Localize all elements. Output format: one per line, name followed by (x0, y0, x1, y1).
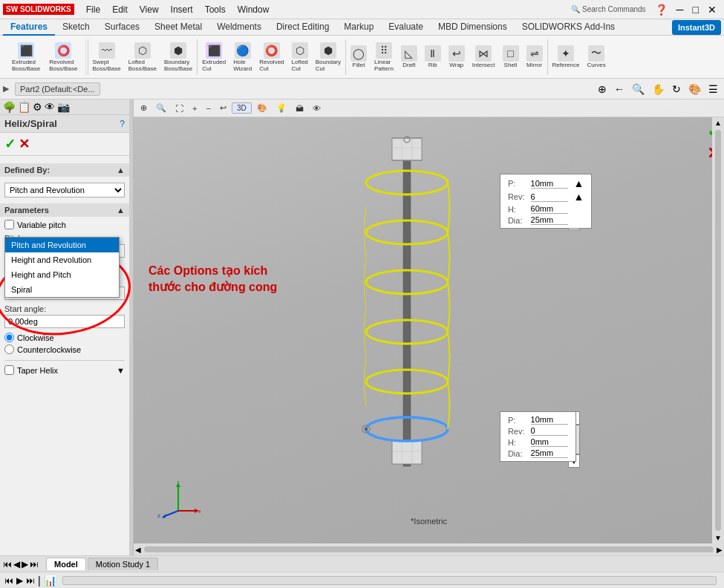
vp-lights-btn[interactable]: 💡 (273, 101, 290, 115)
nav-first-icon[interactable]: ⏮ (3, 559, 12, 569)
extruded-cut-button[interactable]: ⬛ ExtrudedCut (199, 41, 229, 74)
nav-prev-icon[interactable]: ◀ (13, 559, 20, 569)
linear-pattern-button[interactable]: ⠿ LinearPattern (371, 41, 397, 74)
lofted-boss-button[interactable]: ⬡ LoftedBoss/Base (125, 41, 160, 74)
intersect-button[interactable]: ⋈ Intersect (469, 44, 498, 70)
tab-sketch[interactable]: Sketch (55, 19, 97, 36)
shell-button[interactable]: □ Shell (500, 44, 522, 70)
defined-by-select[interactable]: Pitch and Revolution Height and Revoluti… (4, 183, 125, 197)
taper-expand-icon[interactable]: ▼ (117, 366, 125, 375)
reference-button[interactable]: ✦ Reference (549, 44, 583, 70)
vp-pan-icon[interactable]: ✋ (649, 82, 668, 97)
motion-timeline-bar[interactable] (62, 576, 717, 585)
help-icon[interactable]: ❓ (650, 4, 672, 16)
vp-apply-scene-btn[interactable]: 🏔 (292, 102, 307, 115)
start-angle-input[interactable] (4, 315, 125, 328)
tab-markup[interactable]: Markup (336, 19, 381, 36)
dropdown-option-spiral[interactable]: Spiral (5, 282, 119, 297)
motion-forward-icon[interactable]: ⏭ (26, 575, 35, 586)
fillet-button[interactable]: ◯ Fillet (348, 44, 370, 70)
wrap-button[interactable]: ↩ Wrap (446, 44, 468, 70)
instant3d-button[interactable]: Instant3D (672, 20, 721, 35)
revolved-cut-button[interactable]: ⭕ RevolvedCut (256, 41, 287, 74)
vp-zoom-icon[interactable]: 🔍 (629, 82, 648, 97)
dim-top-rev-up-icon[interactable]: ▲ (571, 190, 587, 203)
menu-window[interactable]: Window (232, 1, 275, 18)
vp-3d-btn[interactable]: 3D (232, 102, 252, 114)
dim-top-rev-input[interactable] (531, 192, 568, 202)
nav-last-icon[interactable]: ⏭ (30, 559, 39, 569)
dim-bot-p-input[interactable] (531, 415, 568, 425)
cancel-button[interactable]: ✕ (19, 136, 30, 152)
motion-play-icon[interactable]: ▶ (16, 575, 23, 586)
vp-zoom-out-btn[interactable]: − (202, 102, 214, 115)
feature-tree-icon[interactable]: 🌳 (3, 101, 16, 113)
dropdown-option-pitch-rev[interactable]: Pitch and Revolution (5, 238, 119, 252)
vp-prev-view-btn[interactable]: ↩ (216, 101, 230, 115)
clockwise-radio[interactable] (4, 333, 14, 342)
search-bar[interactable]: 🔍 Search Commands (567, 5, 650, 13)
vp-zoom-select-btn[interactable]: ⛶ (172, 102, 187, 115)
feature-manager-icon[interactable]: ▶ (3, 84, 9, 94)
property-icon[interactable]: 📋 (18, 101, 30, 113)
cam-icon[interactable]: 📷 (57, 101, 70, 113)
menu-view[interactable]: View (134, 1, 165, 18)
scroll-track-right[interactable] (715, 130, 721, 531)
scroll-left-icon[interactable]: ◀ (135, 546, 141, 554)
menu-file[interactable]: File (80, 1, 106, 18)
nav-next-icon[interactable]: ▶ (22, 559, 28, 569)
ok-button[interactable]: ✓ (4, 136, 16, 152)
dim-bot-h-input[interactable] (531, 437, 568, 447)
motion-rewind-icon[interactable]: ⏮ (4, 575, 13, 586)
mirror-button[interactable]: ⇌ Mirror (524, 44, 546, 70)
taper-helix-checkbox[interactable] (4, 365, 14, 375)
maximize-icon[interactable]: □ (688, 4, 703, 16)
variable-pitch-checkbox[interactable] (4, 220, 14, 229)
rib-button[interactable]: Ⅱ Rib (422, 44, 444, 70)
tab-addins[interactable]: SOLIDWORKS Add-Ins (515, 19, 622, 36)
menu-edit[interactable]: Edit (106, 1, 134, 18)
curves-button[interactable]: 〜 Curves (584, 44, 608, 70)
tab-mbd[interactable]: MBD Dimensions (431, 19, 515, 36)
panel-help-icon[interactable]: ? (120, 119, 125, 129)
vp-display-icon[interactable]: 🎨 (685, 82, 704, 97)
vp-orient-icon[interactable]: ⊕ (595, 82, 610, 97)
display-icon[interactable]: 👁 (45, 101, 55, 113)
dropdown-option-height-pitch[interactable]: Height and Pitch (5, 267, 119, 282)
dim-bot-dia-input[interactable] (531, 448, 568, 458)
vp-zoom-fit-btn[interactable]: 🔍 (152, 101, 170, 115)
dim-top-p-up-icon[interactable]: ▲ (571, 177, 587, 190)
vp-arrow-icon[interactable]: ← (611, 82, 627, 97)
scroll-up-icon[interactable]: ▲ (714, 119, 722, 127)
minimize-icon[interactable]: ─ (672, 4, 688, 16)
tab-features[interactable]: Features (3, 19, 55, 36)
tab-weldments[interactable]: Weldments (209, 19, 269, 36)
close-icon[interactable]: ✕ (703, 4, 721, 16)
scroll-track-bottom[interactable] (144, 546, 714, 552)
scroll-right-icon[interactable]: ▶ (717, 546, 723, 554)
menu-insert[interactable]: Insert (165, 1, 199, 18)
counterclockwise-radio[interactable] (4, 344, 14, 354)
motion-keyframe-icon[interactable]: | (38, 575, 41, 587)
dim-top-p-input[interactable] (531, 179, 568, 189)
menu-tools[interactable]: Tools (199, 1, 232, 18)
tab-surfaces[interactable]: Surfaces (97, 19, 147, 36)
draft-button[interactable]: ◺ Draft (398, 44, 420, 70)
dim-top-h-input[interactable] (531, 204, 568, 214)
tab-direct-editing[interactable]: Direct Editing (269, 19, 336, 36)
hole-wizard-button[interactable]: 🔵 HoleWizard (230, 41, 255, 74)
tab-sheetmetal[interactable]: Sheet Metal (147, 19, 209, 36)
boundary-cut-button[interactable]: ⬢ BoundaryCut (313, 41, 344, 74)
boundary-boss-button[interactable]: ⬢ BoundaryBoss/Base (161, 41, 195, 74)
vp-section-icon[interactable]: ☰ (705, 82, 721, 97)
revolved-boss-button[interactable]: ⭕ RevolvedBoss/Base (46, 41, 80, 74)
tab-motion-study[interactable]: Motion Study 1 (88, 558, 158, 570)
swept-boss-button[interactable]: 〰 SweptBoss/Base (90, 41, 124, 74)
vp-zoom-in-btn[interactable]: + (189, 102, 200, 115)
scroll-down-icon[interactable]: ▼ (714, 534, 722, 542)
tab-evaluate[interactable]: Evaluate (381, 19, 431, 36)
dropdown-option-height-rev[interactable]: Height and Revolution (5, 252, 119, 267)
dim-bot-rev-input[interactable] (531, 426, 568, 436)
lofted-cut-button[interactable]: ⬡ LoftedCut (289, 41, 311, 74)
extrude-boss-button[interactable]: ⬛ ExtrudedBoss/Base (9, 41, 43, 74)
